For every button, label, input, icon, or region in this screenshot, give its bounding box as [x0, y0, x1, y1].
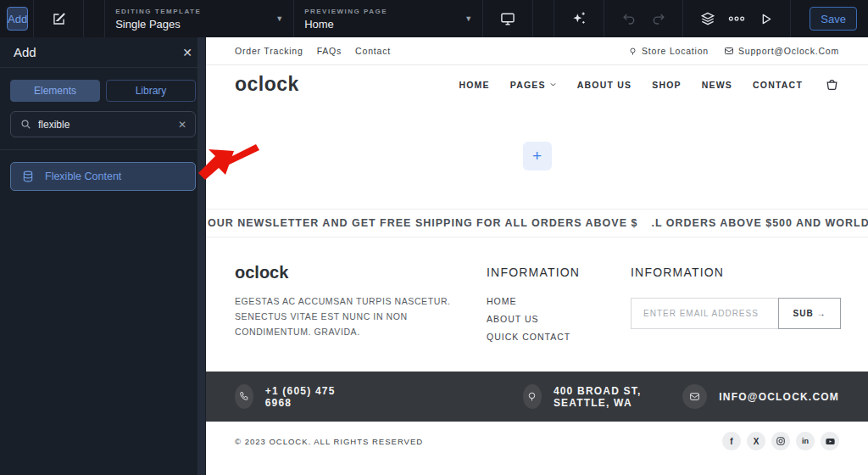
device-cell — [482, 0, 532, 37]
redo-icon — [650, 11, 666, 27]
nav-about-us[interactable]: ABOUT US — [577, 80, 632, 90]
site-footer: oclock EGESTAS AC ACCUMSAN TURPIS NASCET… — [206, 238, 868, 372]
site-logo[interactable]: oclock — [235, 73, 299, 96]
youtube-icon[interactable] — [821, 432, 839, 450]
cart-icon[interactable] — [825, 77, 839, 92]
edit-pencil-icon — [51, 11, 67, 27]
nav-shop[interactable]: SHOP — [652, 80, 682, 90]
support-email-link[interactable]: Support@Oclock.Com — [724, 46, 839, 56]
chevron-down-icon — [549, 81, 557, 88]
footer-about-text: EGESTAS AC ACCUMSAN TURPIS NASCETUR. SEN… — [235, 294, 455, 340]
monitor-icon — [499, 10, 516, 27]
redo-button[interactable] — [643, 4, 672, 33]
nav-pages[interactable]: PAGES — [510, 80, 557, 90]
chevron-down-icon: ▼ — [465, 14, 472, 23]
database-icon — [21, 170, 35, 183]
nav-contact[interactable]: CONTACT — [753, 80, 803, 90]
toolbar-gap — [83, 0, 104, 37]
save-button[interactable]: Save — [810, 7, 857, 31]
footer-column-title: INFORMATION — [487, 265, 580, 279]
history-cell — [604, 0, 682, 37]
panel-tabs: Elements Library — [0, 68, 206, 102]
search-icon — [19, 118, 32, 131]
ai-assistant-button[interactable] — [565, 4, 593, 33]
element-label: Flexible Content — [45, 170, 121, 182]
tab-elements[interactable]: Elements — [10, 80, 100, 102]
editing-template-label: EDITING TEMPLATE — [115, 8, 201, 15]
edit-page-button[interactable] — [44, 4, 73, 33]
footer-link-home[interactable]: HOME — [487, 296, 580, 306]
clear-search-icon[interactable]: ✕ — [178, 119, 186, 131]
editing-template-dropdown[interactable]: EDITING TEMPLATE Single Pages ▼ — [104, 0, 293, 37]
email-input[interactable] — [631, 298, 778, 329]
add-section-button[interactable]: + — [523, 142, 552, 170]
previewing-page-dropdown[interactable]: PREVIEWING PAGE Home ▼ — [293, 0, 482, 37]
email-item[interactable]: INFO@OCLOCK.COM — [682, 384, 839, 409]
marquee-text: .L ORDERS ABOVE $500 AND WORLDWIDE SHIPP… — [651, 217, 868, 229]
footer-links-column: INFORMATION HOME ABOUT US QUICK CONTACT — [487, 265, 580, 342]
undo-button[interactable] — [615, 4, 643, 33]
add-button[interactable]: Add — [7, 7, 28, 31]
link-faqs[interactable]: FAQs — [317, 46, 342, 56]
site-header: oclock HOME PAGES ABOUT US SHOP NEWS CON… — [206, 65, 868, 103]
add-panel-header: Add ✕ — [0, 37, 206, 68]
phone-item[interactable]: +1 (605) 475 6968 — [235, 384, 341, 409]
panel-divider — [0, 149, 206, 150]
chevron-down-icon: ▼ — [275, 14, 283, 23]
close-panel-icon[interactable]: ✕ — [182, 46, 192, 59]
marquee-text: OUR NEWSLETTER AND GET FREE SHIPPING FOR… — [208, 217, 637, 229]
nav-home[interactable]: HOME — [459, 80, 489, 90]
link-order-tracking[interactable]: Order Tracking — [235, 46, 303, 56]
social-links: f X in — [722, 432, 839, 450]
layers-button[interactable] — [693, 4, 722, 33]
editing-template-value: Single Pages — [115, 18, 201, 31]
sparkles-icon — [570, 10, 587, 27]
instagram-icon[interactable] — [771, 432, 790, 450]
site-preview-canvas: Order Tracking FAQs Contact Store Locati… — [206, 37, 868, 475]
phone-number: +1 (605) 475 6968 — [265, 385, 341, 409]
previewing-page-label: PREVIEWING PAGE — [304, 8, 387, 15]
x-icon[interactable]: X — [747, 432, 765, 450]
location-pin-icon — [523, 384, 542, 409]
layers-icon — [699, 10, 716, 27]
nav-news[interactable]: NEWS — [702, 80, 732, 90]
copyright-text: © 2023 OCLOCK. ALL RIGHTS RESERVED — [235, 437, 423, 446]
element-flexible-content[interactable]: Flexible Content — [10, 162, 196, 191]
ellipsis-icon — [727, 10, 746, 27]
contact-bar: +1 (605) 475 6968 400 BROAD ST, SEATTLE,… — [206, 372, 868, 422]
site-utility-bar: Order Tracking FAQs Contact Store Locati… — [206, 37, 868, 65]
newsletter-marquee: OUR NEWSLETTER AND GET FREE SHIPPING FOR… — [206, 209, 868, 238]
footer-logo[interactable]: oclock — [235, 263, 464, 282]
address-item[interactable]: 400 BROAD ST, SEATTLE, WA — [523, 384, 682, 409]
location-pin-icon — [628, 47, 637, 56]
desktop-preview-button[interactable] — [493, 4, 522, 33]
envelope-icon — [724, 46, 734, 56]
sidebar-scrollbar[interactable] — [198, 37, 205, 475]
subscribe-button[interactable]: SUB → — [778, 298, 841, 329]
footer-about-column: oclock EGESTAS AC ACCUMSAN TURPIS NASCET… — [235, 263, 464, 340]
store-location-link[interactable]: Store Location — [628, 46, 709, 56]
toolbar-gap — [532, 0, 554, 37]
play-icon — [758, 11, 774, 27]
tab-library[interactable]: Library — [106, 80, 196, 102]
footer-link-quick-contact[interactable]: QUICK CONTACT — [487, 332, 580, 342]
undo-icon — [621, 11, 637, 27]
footer-link-about-us[interactable]: ABOUT US — [487, 314, 580, 324]
newsletter-form: SUB → — [631, 298, 841, 329]
facebook-icon[interactable]: f — [722, 432, 741, 450]
preview-play-button[interactable] — [751, 4, 780, 33]
element-search-box: ✕ — [10, 111, 196, 137]
tools-cell — [682, 0, 790, 37]
linkedin-icon[interactable]: in — [796, 432, 815, 450]
add-panel: Add ✕ Elements Library ✕ Flexible Conten… — [0, 37, 206, 475]
footer-column-title: INFORMATION — [631, 265, 841, 279]
ai-cell — [554, 0, 604, 37]
address-text: 400 BROAD ST, SEATTLE, WA — [554, 385, 682, 409]
panel-title: Add — [14, 45, 36, 59]
more-options-button[interactable] — [722, 4, 751, 33]
envelope-icon — [682, 384, 707, 409]
link-contact[interactable]: Contact — [355, 46, 391, 56]
email-text: INFO@OCLOCK.COM — [719, 391, 839, 403]
empty-section: + — [206, 103, 868, 209]
search-input[interactable] — [38, 119, 172, 131]
